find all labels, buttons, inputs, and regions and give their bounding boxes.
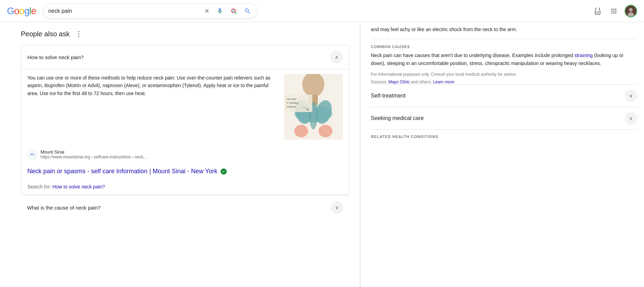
chevron-up-icon	[335, 54, 338, 60]
search-submit-button[interactable]	[243, 6, 252, 16]
people-also-ask-section: People also ask ⋮	[21, 29, 349, 39]
source-url: https://www.mountsinai.org › selfcare-in…	[41, 155, 147, 159]
source-info: Mount Sinai https://www.mountsinai.org ›…	[41, 149, 147, 159]
collapse-button[interactable]	[330, 51, 343, 63]
source-name: Mount Sinai	[41, 149, 147, 155]
common-causes-title: COMMON CAUSES	[371, 39, 637, 52]
search-for-label: Search for:	[27, 184, 51, 189]
lens-icon	[230, 8, 237, 15]
search-for-row: Search for: How to solve neck pain?	[21, 180, 349, 194]
svg-point-4	[629, 8, 633, 12]
search-for-link[interactable]: How to solve neck pain?	[52, 184, 105, 189]
header-right	[592, 5, 637, 17]
svg-text:non area: non area	[287, 98, 296, 100]
sources-suffix: and others.	[411, 80, 433, 84]
chevron-down-icon: ∨	[629, 115, 633, 121]
more-options-button[interactable]: ⋮	[73, 29, 84, 39]
answer-content: You can use one or more of these methods…	[21, 69, 349, 146]
result-title-text: Neck pain or spasms - self care Informat…	[27, 168, 217, 175]
seeking-medical-care-label: Seeking medical care	[371, 115, 424, 121]
chevron-down-icon	[335, 205, 339, 210]
sources-text: Sources: Mayo Clinic and others. Learn m…	[371, 80, 637, 84]
mic-icon	[216, 8, 223, 15]
self-treatment-row[interactable]: Self-treatment ∨	[371, 84, 637, 107]
apps-button[interactable]	[609, 6, 619, 16]
svg-point-13	[294, 125, 308, 137]
section-title: People also ask	[21, 30, 70, 38]
self-treatment-expand-button[interactable]: ∨	[625, 90, 637, 102]
expand-button[interactable]	[331, 201, 343, 214]
main-content: People also ask ⋮ How to solve neck pain…	[0, 22, 644, 287]
search-bar: ✕	[43, 3, 258, 19]
neck-illustration: non area in resulting whiplash	[284, 74, 343, 140]
sources-prefix: Sources:	[371, 80, 387, 84]
svg-point-5	[628, 12, 634, 17]
google-logo[interactable]: Google	[7, 6, 36, 17]
voice-search-button[interactable]	[215, 6, 225, 16]
verified-badge: ✓	[221, 168, 227, 175]
svg-point-14	[319, 125, 332, 137]
result-link-container: Neck pain or spasms - self care Informat…	[21, 164, 349, 180]
svg-point-1	[232, 9, 235, 12]
learn-more-link[interactable]: Learn more	[433, 80, 454, 84]
self-treatment-label: Self-treatment	[371, 93, 405, 99]
search-icons: ✕	[203, 6, 252, 16]
answer-text: You can use one or more of these methods…	[27, 69, 277, 140]
neck-image: non area in resulting whiplash	[284, 74, 343, 140]
mayo-clinic-link[interactable]: Mayo Clinic	[388, 80, 410, 84]
search-input[interactable]	[48, 8, 203, 14]
right-panel: and may feel achy or like an electric sh…	[360, 22, 644, 287]
expanded-question-box: How to solve neck pain? You can use one …	[21, 45, 349, 195]
collapsed-question-row[interactable]: What is the cause of neck pain?	[21, 196, 349, 219]
right-top-text: and may feel achy or like an electric sh…	[371, 22, 637, 39]
labs-button[interactable]	[592, 6, 603, 17]
seeking-medical-care-expand-button[interactable]: ∨	[625, 112, 637, 124]
svg-text:in resulting: in resulting	[287, 102, 298, 104]
seeking-medical-care-row[interactable]: Seeking medical care ∨	[371, 107, 637, 129]
source-logo: MS	[27, 150, 37, 159]
chevron-down-icon: ∨	[629, 93, 633, 99]
straining-link[interactable]: straining	[574, 53, 593, 58]
svg-line-2	[235, 12, 236, 13]
avatar-image	[625, 6, 636, 17]
svg-text:whiplash: whiplash	[286, 105, 296, 108]
grid-icon	[610, 7, 618, 15]
collapsed-question-text: What is the cause of neck pain?	[27, 205, 101, 211]
question-row[interactable]: How to solve neck pain?	[21, 45, 349, 69]
common-causes-body: Neck pain can have causes that aren't du…	[371, 52, 637, 71]
collapsed-question-box: What is the cause of neck pain?	[21, 195, 349, 219]
clear-button[interactable]: ✕	[203, 6, 211, 16]
question-text: How to solve neck pain?	[27, 54, 84, 60]
disclaimer-text: For informational purposes only. Consult…	[371, 71, 637, 80]
avatar[interactable]	[625, 5, 637, 17]
result-title-link[interactable]: Neck pain or spasms - self care Informat…	[27, 168, 227, 175]
search-icon	[244, 8, 251, 15]
related-health-conditions-title: RELATED HEALTH CONDITIONS	[371, 129, 637, 139]
lens-search-button[interactable]	[229, 6, 239, 16]
header: Google ✕	[0, 0, 644, 22]
flask-icon	[593, 7, 602, 15]
source-row: MS Mount Sinai https://www.mountsinai.or…	[21, 146, 349, 164]
left-panel: People also ask ⋮ How to solve neck pain…	[0, 22, 360, 287]
